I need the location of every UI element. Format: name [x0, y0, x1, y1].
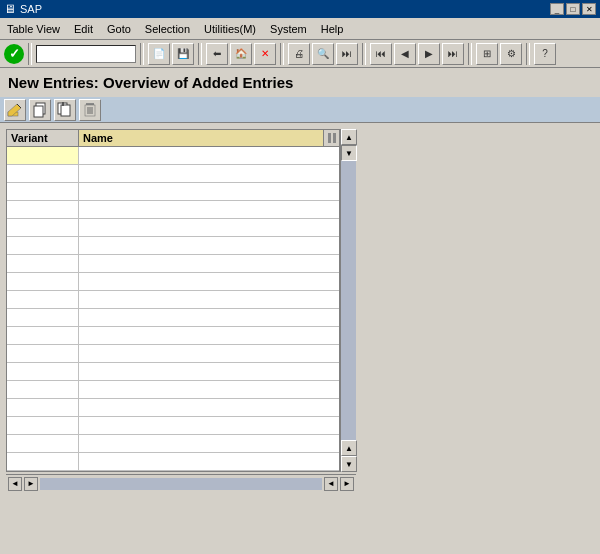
help-button[interactable]: ?	[534, 43, 556, 65]
cell-name[interactable]	[79, 183, 339, 200]
table-row[interactable]	[7, 327, 339, 345]
cell-variant[interactable]	[7, 417, 79, 434]
svg-rect-4	[34, 106, 43, 117]
table-row[interactable]	[7, 273, 339, 291]
cell-name[interactable]	[79, 201, 339, 218]
cell-name[interactable]	[79, 147, 339, 164]
svg-rect-6	[61, 105, 70, 116]
menu-utilities[interactable]: Utilities(M)	[201, 22, 259, 36]
command-field[interactable]	[36, 45, 136, 63]
cell-name[interactable]	[79, 435, 339, 452]
edit-icon-btn[interactable]	[4, 99, 26, 121]
table-row[interactable]	[7, 183, 339, 201]
table-row[interactable]	[7, 453, 339, 471]
cell-variant[interactable]	[7, 399, 79, 416]
confirm-button[interactable]: ✓	[4, 44, 24, 64]
paste-icon-btn[interactable]	[54, 99, 76, 121]
hscroll-right-button[interactable]: ►	[24, 477, 38, 491]
cell-name[interactable]	[79, 363, 339, 380]
table-row[interactable]	[7, 255, 339, 273]
cell-name[interactable]	[79, 417, 339, 434]
cell-variant[interactable]	[7, 255, 79, 272]
copy-icon-btn[interactable]	[29, 99, 51, 121]
svg-rect-8	[86, 103, 94, 105]
cell-name[interactable]	[79, 309, 339, 326]
cell-variant[interactable]	[7, 309, 79, 326]
new-button[interactable]: 📄	[148, 43, 170, 65]
table-row[interactable]	[7, 291, 339, 309]
scroll-down-btn3[interactable]: ▼	[341, 456, 357, 472]
minimize-button[interactable]: _	[550, 3, 564, 15]
cell-name[interactable]	[79, 345, 339, 362]
hscroll-right-btn2[interactable]: ►	[340, 477, 354, 491]
exit-button[interactable]: 🏠	[230, 43, 252, 65]
first-page-button[interactable]: ⏮	[370, 43, 392, 65]
cell-variant[interactable]	[7, 201, 79, 218]
hscroll-left-button[interactable]: ◄	[8, 477, 22, 491]
table-row[interactable]	[7, 237, 339, 255]
scroll-down-button[interactable]: ▼	[341, 145, 357, 161]
cancel-button[interactable]: ✕	[254, 43, 276, 65]
table-row[interactable]	[7, 165, 339, 183]
cell-name[interactable]	[79, 165, 339, 182]
cell-variant[interactable]	[7, 291, 79, 308]
find-next-button[interactable]: ⏭	[336, 43, 358, 65]
back-button[interactable]: ⬅	[206, 43, 228, 65]
cell-variant[interactable]	[7, 327, 79, 344]
find-button[interactable]: 🔍	[312, 43, 334, 65]
menu-goto[interactable]: Goto	[104, 22, 134, 36]
hscroll-left-btn2[interactable]: ◄	[324, 477, 338, 491]
scroll-up-button[interactable]: ▲	[341, 129, 357, 145]
layout-button[interactable]: ⊞	[476, 43, 498, 65]
cell-variant[interactable]	[7, 165, 79, 182]
cell-variant[interactable]	[7, 273, 79, 290]
cell-name[interactable]	[79, 219, 339, 236]
delete-icon-btn[interactable]	[79, 99, 101, 121]
cell-name[interactable]	[79, 399, 339, 416]
table-row[interactable]	[7, 417, 339, 435]
cell-variant[interactable]	[7, 435, 79, 452]
cell-variant[interactable]	[7, 219, 79, 236]
table-row[interactable]	[7, 435, 339, 453]
cell-variant[interactable]	[7, 183, 79, 200]
table-row[interactable]	[7, 363, 339, 381]
cell-variant[interactable]	[7, 381, 79, 398]
table-row[interactable]	[7, 309, 339, 327]
print-button[interactable]: 🖨	[288, 43, 310, 65]
cell-name[interactable]	[79, 327, 339, 344]
cell-name[interactable]	[79, 453, 339, 470]
menu-edit[interactable]: Edit	[71, 22, 96, 36]
table-row[interactable]	[7, 147, 339, 165]
prev-page-button[interactable]: ◀	[394, 43, 416, 65]
column-resize-handle[interactable]	[323, 130, 339, 146]
app-icon: 🖥	[4, 2, 16, 16]
close-button[interactable]: ✕	[582, 3, 596, 15]
settings-button[interactable]: ⚙	[500, 43, 522, 65]
menu-tableview[interactable]: Table View	[4, 22, 63, 36]
cell-name[interactable]	[79, 381, 339, 398]
table-row[interactable]	[7, 345, 339, 363]
next-page-button[interactable]: ▶	[418, 43, 440, 65]
cell-name[interactable]	[79, 237, 339, 254]
save-button[interactable]: 💾	[172, 43, 194, 65]
table-row[interactable]	[7, 399, 339, 417]
menu-system[interactable]: System	[267, 22, 310, 36]
cell-variant[interactable]	[7, 147, 79, 164]
vertical-scrollbar[interactable]: ▲ ▼ ▲ ▼	[340, 129, 356, 472]
cell-variant[interactable]	[7, 363, 79, 380]
toolbar-separator-2	[140, 43, 144, 65]
cell-variant[interactable]	[7, 453, 79, 470]
cell-name[interactable]	[79, 255, 339, 272]
table-row[interactable]	[7, 381, 339, 399]
cell-name[interactable]	[79, 291, 339, 308]
menu-selection[interactable]: Selection	[142, 22, 193, 36]
table-row[interactable]	[7, 201, 339, 219]
cell-variant[interactable]	[7, 345, 79, 362]
cell-variant[interactable]	[7, 237, 79, 254]
menu-help[interactable]: Help	[318, 22, 347, 36]
last-page-button[interactable]: ⏭	[442, 43, 464, 65]
table-row[interactable]	[7, 219, 339, 237]
scroll-down-btn2[interactable]: ▲	[341, 440, 357, 456]
maximize-button[interactable]: □	[566, 3, 580, 15]
cell-name[interactable]	[79, 273, 339, 290]
